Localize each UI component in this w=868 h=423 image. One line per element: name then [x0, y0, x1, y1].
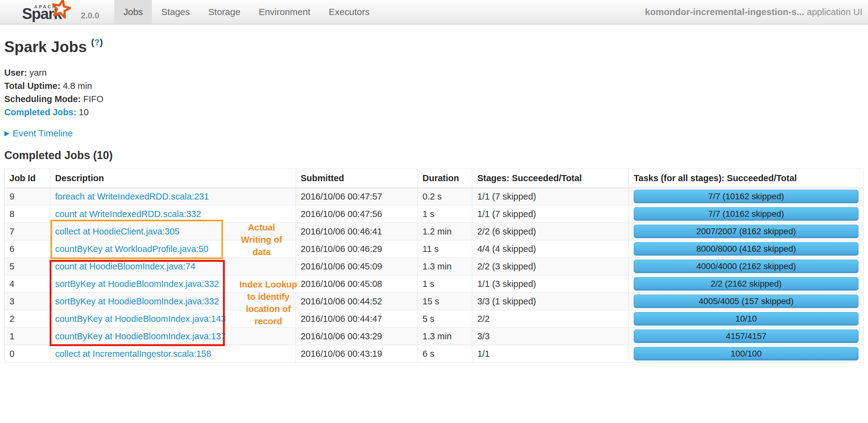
job-row: 4 sortByKey at HoodieBloomIndex.java:332…	[5, 275, 864, 293]
job-description-link[interactable]: collect at HoodieClient.java:305	[55, 227, 180, 236]
job-id-cell: 2	[5, 310, 50, 328]
help-link[interactable]: (?)	[91, 37, 103, 47]
tasks-progress-bar: 4000/4000 (2162 skipped)	[634, 260, 859, 273]
col-submitted: Submitted	[296, 169, 417, 188]
stages-cell: 3/3	[472, 328, 629, 345]
job-id-cell: 5	[5, 258, 50, 275]
submitted-cell: 2016/10/06 00:44:52	[296, 293, 417, 310]
tasks-progress-bar: 2007/2007 (8162 skipped)	[634, 225, 859, 238]
submitted-cell: 2016/10/06 00:43:29	[296, 328, 417, 345]
tab-environment[interactable]: Environment	[250, 0, 319, 24]
submitted-cell: 2016/10/06 00:43:19	[296, 345, 417, 363]
col-job-id: Job Id	[5, 169, 50, 188]
duration-cell: 1 s	[417, 205, 472, 223]
job-row: 6 countByKey at WorkloadProfile.java:50 …	[5, 240, 864, 258]
tab-jobs[interactable]: Jobs	[114, 0, 152, 24]
col-tasks: Tasks (for all stages): Succeeded/Total	[629, 169, 864, 188]
submitted-cell: 2016/10/06 00:47:56	[296, 205, 417, 223]
job-description-link[interactable]: sortByKey at HoodieBloomIndex.java:332	[55, 279, 219, 289]
duration-cell: 1.3 min	[417, 258, 472, 275]
stages-cell: 1/1	[472, 345, 629, 363]
summary-user: User: yarn	[4, 66, 864, 79]
stages-cell: 2/2 (3 skipped)	[472, 258, 629, 275]
tab-executors[interactable]: Executors	[319, 0, 378, 24]
job-description-link[interactable]: foreach at WriteIndexedRDD.scala:231	[55, 192, 209, 201]
job-description-link[interactable]: sortByKey at HoodieBloomIndex.java:332	[55, 297, 219, 306]
submitted-cell: 2016/10/06 00:46:41	[296, 223, 417, 240]
job-description-link[interactable]: countByKey at HoodieBloomIndex.java:137	[55, 331, 226, 341]
job-row: 0 collect at IncrementalIngestor.scala:1…	[5, 345, 864, 363]
event-timeline-toggle[interactable]: ▶Event Timeline	[4, 128, 864, 139]
stages-cell: 1/1 (7 skipped)	[472, 205, 629, 223]
tab-storage[interactable]: Storage	[199, 0, 250, 24]
job-description-link[interactable]: count at WriteIndexedRDD.scala:332	[55, 209, 201, 219]
job-id-cell: 0	[5, 345, 50, 363]
job-row: 2 countByKey at HoodieBloomIndex.java:14…	[5, 310, 864, 328]
table-header-row: Job Id Description Submitted Duration St…	[5, 169, 864, 188]
job-row: 1 countByKey at HoodieBloomIndex.java:13…	[5, 328, 864, 345]
spark-version: 2.0.0	[81, 11, 99, 21]
job-id-cell: 1	[5, 328, 50, 345]
job-id-cell: 7	[5, 223, 50, 240]
duration-cell: 0.2 s	[417, 188, 472, 205]
duration-cell: 1.2 min	[417, 223, 472, 240]
submitted-cell: 2016/10/06 00:46:29	[296, 240, 417, 258]
submitted-cell: 2016/10/06 00:44:47	[296, 310, 417, 328]
tasks-progress-bar: 4005/4005 (157 skipped)	[634, 294, 859, 308]
top-navbar: APACHE Spark 2.0.0 Jobs Stages Storage E…	[0, 0, 868, 25]
job-id-cell: 3	[5, 293, 50, 310]
job-row: 7 collect at HoodieClient.java:305 2016/…	[5, 223, 864, 240]
summary-uptime: Total Uptime: 4.8 min	[4, 79, 864, 92]
job-id-cell: 4	[5, 275, 50, 293]
stages-cell: 1/1 (7 skipped)	[472, 188, 629, 205]
completed-jobs-table: Job Id Description Submitted Duration St…	[4, 169, 864, 363]
duration-cell: 6 s	[417, 345, 472, 363]
help-question-icon[interactable]: ?	[94, 37, 99, 47]
summary-completed-jobs: Completed Jobs: 10	[4, 106, 864, 119]
duration-cell: 5 s	[417, 310, 472, 328]
job-description-link[interactable]: count at HoodieBloomIndex.java:74	[55, 261, 195, 271]
job-row: 8 count at WriteIndexedRDD.scala:332 201…	[5, 205, 864, 223]
tasks-progress-bar: 7/7 (10162 skipped)	[634, 207, 859, 221]
job-row: 9 foreach at WriteIndexedRDD.scala:231 2…	[5, 188, 864, 205]
tasks-progress-bar: 8000/8000 (4162 skipped)	[634, 242, 859, 256]
col-duration: Duration	[417, 169, 472, 188]
job-id-cell: 9	[5, 188, 50, 205]
stages-cell: 2/2	[472, 310, 629, 328]
job-description-link[interactable]: countByKey at WorkloadProfile.java:50	[55, 244, 209, 254]
application-title: komondor-incremental-ingestion-s... appl…	[645, 7, 863, 17]
col-stages: Stages: Succeeded/Total	[472, 169, 629, 188]
duration-cell: 1 s	[417, 275, 472, 293]
event-timeline-label: Event Timeline	[12, 128, 73, 138]
duration-cell: 15 s	[417, 293, 472, 310]
job-id-cell: 6	[5, 240, 50, 258]
stages-cell: 2/2 (6 skipped)	[472, 223, 629, 240]
submitted-cell: 2016/10/06 00:45:09	[296, 258, 417, 275]
job-description-link[interactable]: countByKey at HoodieBloomIndex.java:143	[55, 314, 226, 324]
nav-tabs: Jobs Stages Storage Environment Executor…	[114, 0, 379, 24]
expand-arrow-icon: ▶	[4, 129, 9, 137]
job-row: 5 count at HoodieBloomIndex.java:74 2016…	[5, 258, 864, 275]
stages-cell: 4/4 (4 skipped)	[472, 240, 629, 258]
application-name: komondor-incremental-ingestion-s...	[645, 7, 804, 17]
submitted-cell: 2016/10/06 00:45:08	[296, 275, 417, 293]
tasks-progress-bar: 2/2 (2162 skipped)	[634, 277, 859, 290]
job-description-link[interactable]: collect at IncrementalIngestor.scala:158	[55, 349, 211, 359]
duration-cell: 11 s	[417, 240, 472, 258]
col-description: Description	[50, 169, 296, 188]
application-ui-suffix: application UI	[804, 7, 863, 17]
job-summary: User: yarn Total Uptime: 4.8 min Schedul…	[4, 66, 864, 119]
completed-jobs-table-wrap: Job Id Description Submitted Duration St…	[4, 169, 864, 363]
page-title: Spark Jobs (?)	[4, 38, 864, 56]
duration-cell: 1.3 min	[417, 328, 472, 345]
tab-stages[interactable]: Stages	[152, 0, 199, 24]
spark-logo[interactable]: APACHE Spark 2.0.0	[6, 0, 109, 24]
tasks-progress-bar: 4157/4157	[634, 330, 859, 343]
summary-scheduling-mode: Scheduling Mode: FIFO	[4, 92, 864, 106]
spark-star-icon	[50, 0, 72, 22]
tasks-progress-bar: 10/10	[634, 312, 859, 326]
completed-jobs-heading: Completed Jobs (10)	[4, 149, 864, 162]
tasks-progress-bar: 7/7 (10162 skipped)	[634, 190, 859, 203]
stages-cell: 1/1 (3 skipped)	[472, 275, 629, 293]
submitted-cell: 2016/10/06 00:47:57	[296, 188, 417, 205]
